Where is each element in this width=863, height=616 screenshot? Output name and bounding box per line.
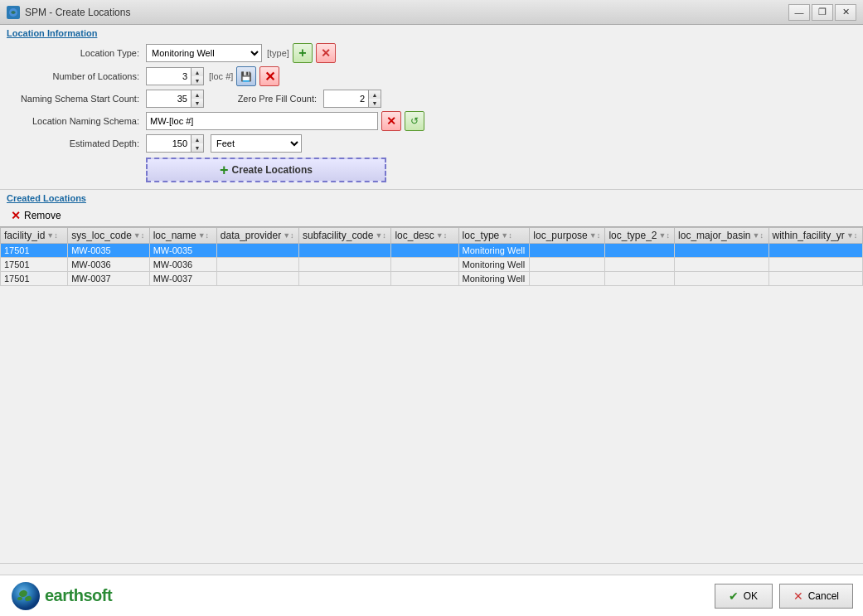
cell-loc_purpose <box>530 272 605 286</box>
facility-id-filter-icon[interactable]: ▼↕ <box>46 231 57 240</box>
zero-pre-fill-up-btn[interactable]: ▲ <box>369 90 381 99</box>
create-plus-icon: + <box>220 162 229 177</box>
col-loc-major-basin[interactable]: loc_major_basin▼↕ <box>675 228 768 244</box>
col-loc-type[interactable]: loc_type▼↕ <box>458 228 530 244</box>
location-naming-schema-label: Location Naming Schema: <box>10 116 143 126</box>
table-row[interactable]: 17501MW-0037MW-0037Monitoring Well <box>1 272 863 286</box>
zero-pre-fill-down-btn[interactable]: ▼ <box>369 99 381 107</box>
col-loc-name[interactable]: loc_name▼↕ <box>149 228 216 244</box>
close-button[interactable]: ✕ <box>835 4 856 21</box>
ok-button[interactable]: ✔ OK <box>715 584 773 609</box>
naming-schema-start-count-input[interactable]: 35 <box>146 90 192 108</box>
loc-desc-filter-icon[interactable]: ▼↕ <box>436 231 447 240</box>
cell-facility_id: 17501 <box>1 258 68 272</box>
table-row[interactable]: 17501MW-0035MW-0035Monitoring Well <box>1 244 863 258</box>
col-sys-loc-code[interactable]: sys_loc_code▼↕ <box>68 228 150 244</box>
remove-label: Remove <box>24 210 61 221</box>
cell-loc_type_2 <box>605 244 675 258</box>
create-locations-button[interactable]: + Create Locations <box>146 158 386 182</box>
add-location-type-button[interactable]: + <box>293 43 313 63</box>
created-locations-section: Created Locations ✕ Remove facility_id▼↕… <box>0 189 863 575</box>
ok-label: OK <box>744 590 758 602</box>
refresh-naming-schema-button[interactable]: ↺ <box>405 111 424 131</box>
locations-table-container[interactable]: facility_id▼↕ sys_loc_code▼↕ loc_name▼↕ … <box>0 226 863 563</box>
loc-type-filter-icon[interactable]: ▼↕ <box>501 231 511 240</box>
ok-check-icon: ✔ <box>729 589 739 603</box>
num-locations-spin-buttons: ▲ ▼ <box>192 67 204 85</box>
num-locations-input[interactable]: 3 <box>146 67 192 85</box>
cell-loc_type: Monitoring Well <box>458 244 530 258</box>
num-locations-up-btn[interactable]: ▲ <box>192 68 203 76</box>
depth-unit-select[interactable]: Feet Meters <box>211 134 302 153</box>
location-type-tag: [type] <box>267 48 289 58</box>
cell-loc_major_basin <box>675 272 768 286</box>
app-icon <box>7 6 20 19</box>
loc-purpose-filter-icon[interactable]: ▼↕ <box>589 231 600 240</box>
restore-button[interactable]: ❐ <box>812 4 833 21</box>
cell-subfacility_code <box>299 244 391 258</box>
horizontal-scrollbar[interactable] <box>0 563 863 575</box>
clear-naming-schema-button[interactable]: ✕ <box>381 111 401 131</box>
loc-name-filter-icon[interactable]: ▼↕ <box>198 231 209 240</box>
sys-loc-code-filter-icon[interactable]: ▼↕ <box>133 231 144 240</box>
plus-icon: + <box>298 46 306 61</box>
num-locations-down-btn[interactable]: ▼ <box>192 76 203 85</box>
locations-table: facility_id▼↕ sys_loc_code▼↕ loc_name▼↕ … <box>0 227 863 286</box>
cell-loc_type_2 <box>605 272 675 286</box>
cell-loc_desc <box>391 272 458 286</box>
zero-pre-fill-spinner: 2 ▲ ▼ <box>323 90 381 108</box>
col-facility-id[interactable]: facility_id▼↕ <box>1 228 68 244</box>
col-data-provider[interactable]: data_provider▼↕ <box>216 228 298 244</box>
table-body: 17501MW-0035MW-0035Monitoring Well17501M… <box>1 244 863 286</box>
subfacility-code-filter-icon[interactable]: ▼↕ <box>375 231 385 240</box>
loc-major-basin-filter-icon[interactable]: ▼↕ <box>752 231 763 240</box>
estimated-depth-down-btn[interactable]: ▼ <box>192 143 203 152</box>
estimated-depth-input[interactable]: 150 <box>146 134 192 153</box>
remove-button[interactable]: ✕ Remove <box>7 206 65 225</box>
col-within-facility-yr[interactable]: within_facility_yr▼↕ <box>768 228 863 244</box>
naming-schema-down-btn[interactable]: ▼ <box>192 99 203 107</box>
location-naming-schema-input[interactable]: MW-[loc #] <box>146 112 378 130</box>
location-type-row: Location Type: Monitoring Well [type] + … <box>10 43 853 63</box>
estimated-depth-up-btn[interactable]: ▲ <box>192 135 203 143</box>
window-title: SPM - Create Locations <box>25 7 130 18</box>
save-loc-button[interactable]: 💾 <box>236 66 256 86</box>
cancel-label: Cancel <box>808 590 839 602</box>
col-loc-desc[interactable]: loc_desc▼↕ <box>391 228 458 244</box>
estimated-depth-spin-buttons: ▲ ▼ <box>192 134 204 153</box>
remove-location-type-button[interactable]: ✕ <box>316 43 336 63</box>
cell-loc_major_basin <box>675 244 768 258</box>
cell-subfacility_code <box>299 258 391 272</box>
loc-type-2-filter-icon[interactable]: ▼↕ <box>659 231 670 240</box>
location-type-select[interactable]: Monitoring Well <box>146 44 262 62</box>
logo-area: earthsoft <box>10 580 112 612</box>
table-header-row: facility_id▼↕ sys_loc_code▼↕ loc_name▼↕ … <box>1 228 863 244</box>
naming-schema-up-btn[interactable]: ▲ <box>192 90 203 99</box>
cell-data_provider <box>216 244 298 258</box>
remove-x-icon: ✕ <box>11 209 21 222</box>
cell-sys_loc_code: MW-0036 <box>68 258 150 272</box>
col-loc-purpose[interactable]: loc_purpose▼↕ <box>530 228 605 244</box>
col-subfacility-code[interactable]: subfacility_code▼↕ <box>299 228 391 244</box>
refresh-icon: ↺ <box>410 115 419 127</box>
cell-loc_name: MW-0037 <box>149 272 216 286</box>
cell-within_facility_yr <box>768 258 863 272</box>
data-provider-filter-icon[interactable]: ▼↕ <box>283 231 293 240</box>
estimated-depth-label: Estimated Depth: <box>10 138 143 148</box>
zero-pre-fill-label: Zero Pre Fill Count: <box>221 94 320 104</box>
cell-loc_desc <box>391 258 458 272</box>
remove-loc-button[interactable]: ✕ <box>259 66 279 86</box>
estimated-depth-row: Estimated Depth: 150 ▲ ▼ Feet Meters <box>10 134 853 153</box>
cell-within_facility_yr <box>768 272 863 286</box>
cell-loc_name: MW-0035 <box>149 244 216 258</box>
cell-facility_id: 17501 <box>1 244 68 258</box>
cell-data_provider <box>216 272 298 286</box>
within-facility-yr-filter-icon[interactable]: ▼↕ <box>846 231 857 240</box>
table-row[interactable]: 17501MW-0036MW-0036Monitoring Well <box>1 258 863 272</box>
zero-pre-fill-input[interactable]: 2 <box>323 90 369 108</box>
cell-facility_id: 17501 <box>1 272 68 286</box>
cancel-button[interactable]: ✕ Cancel <box>779 584 853 609</box>
minimize-button[interactable]: — <box>788 4 810 21</box>
naming-schema-spin-buttons: ▲ ▼ <box>192 90 204 108</box>
col-loc-type-2[interactable]: loc_type_2▼↕ <box>605 228 675 244</box>
